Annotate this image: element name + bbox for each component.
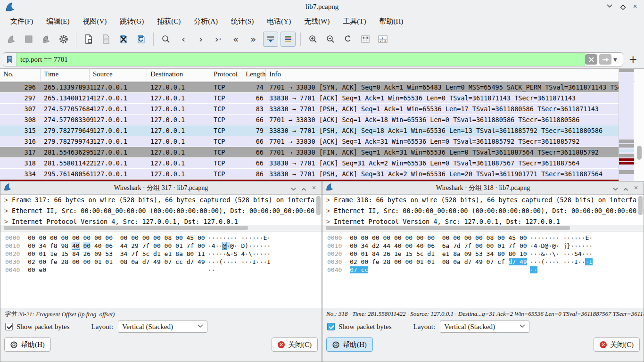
expander-icon[interactable]: >: [4, 206, 8, 216]
packet-detail-tree[interactable]: >Frame 317: 66 bytes on wire (528 bits),…: [0, 195, 322, 225]
reorder-columns-icon[interactable]: 123: [375, 32, 390, 47]
apply-filter-icon[interactable]: [599, 54, 611, 65]
dialog-minimize-icon[interactable]: [611, 184, 619, 192]
expander-icon[interactable]: >: [326, 216, 330, 225]
packet-row-315[interactable]: 315279.782779649127.0.0.1127.0.0.1TCP793…: [0, 125, 619, 136]
packet-row-296[interactable]: 296265.133978931127.0.0.1127.0.0.1TCP747…: [0, 82, 619, 93]
filter-bookmark-icon[interactable]: [3, 53, 17, 66]
dialog-close-icon[interactable]: ×: [310, 184, 318, 192]
hex-row-0040[interactable]: 004007 cc··: [327, 266, 644, 274]
packet-bytes-hexdump[interactable]: 000000 00 00 00 00 00 00 00 00 00 00 00 …: [322, 231, 644, 308]
close-button[interactable]: ✕ 关闭(C): [272, 337, 318, 352]
go-back-icon[interactable]: ‹: [176, 32, 191, 47]
tree-hscrollbar[interactable]: [0, 225, 322, 231]
find-packet-icon[interactable]: [158, 32, 173, 47]
dialog-maximize-icon[interactable]: [300, 184, 307, 192]
hex-row-0030[interactable]: 003002 00 fe 28 00 00 01 01 08 0a d7 49 …: [327, 258, 644, 266]
packet-row-334[interactable]: 334295.761480561127.0.0.1127.0.0.1TCP863…: [0, 169, 619, 180]
filter-dropdown-caret-icon[interactable]: ▼: [613, 57, 621, 62]
menu-item-4[interactable]: 捕获(C): [151, 16, 186, 27]
auto-scroll-icon[interactable]: [263, 32, 278, 47]
zoom-out-icon[interactable]: [323, 32, 338, 47]
tree-item-2[interactable]: >Internet Protocol Version 4, Src: 127.0…: [322, 216, 644, 225]
tree-scrollbar-thumb[interactable]: [316, 196, 321, 215]
clear-filter-icon[interactable]: [585, 54, 597, 65]
column-header-no[interactable]: No.: [0, 69, 41, 81]
tree-item-2[interactable]: >Internet Protocol Version 4, Src: 127.0…: [0, 216, 322, 225]
tree-hscrollbar-thumb[interactable]: [4, 226, 248, 230]
packet-detail-tree[interactable]: >Frame 318: 66 bytes on wire (528 bits),…: [322, 195, 644, 225]
close-button[interactable]: ✕ 关闭(C): [594, 337, 640, 352]
column-header-source[interactable]: Source: [90, 69, 147, 81]
packet-row-297[interactable]: 297265.134001214127.0.0.1127.0.0.1TCP663…: [0, 93, 619, 104]
window-maximize-icon[interactable]: [619, 3, 627, 11]
display-filter-input[interactable]: [17, 53, 585, 66]
window-close-icon[interactable]: ×: [631, 3, 639, 11]
packet-row-316[interactable]: 316279.782799743127.0.0.1127.0.0.1TCP667…: [0, 136, 619, 147]
dialog-close-icon[interactable]: ×: [632, 184, 640, 192]
tree-scrollbar-thumb[interactable]: [638, 196, 643, 215]
show-packet-bytes-checkbox[interactable]: [327, 323, 335, 330]
column-header-info[interactable]: Info: [266, 69, 644, 81]
show-packet-bytes-checkbox[interactable]: [5, 323, 13, 330]
go-to-packet-icon[interactable]: ›·: [211, 32, 226, 47]
reload-file-icon[interactable]: [133, 32, 149, 47]
close-file-icon[interactable]: [116, 32, 131, 47]
start-capture-icon[interactable]: [4, 32, 19, 47]
hex-row-0040[interactable]: 004000 e0··: [5, 266, 322, 274]
hex-row-0010[interactable]: 001000 34 f8 98 40 00 40 06 44 29 7f 00 …: [5, 242, 322, 250]
menu-item-8[interactable]: 无线(W): [298, 16, 335, 27]
hex-row-0010[interactable]: 001000 34 d2 44 40 00 40 06 6a 7d 7f 00 …: [327, 242, 644, 250]
help-button[interactable]: 帮助(H): [4, 337, 51, 352]
go-first-packet-icon[interactable]: «: [228, 32, 243, 47]
tree-item-1[interactable]: >Ethernet II, Src: 00:00:00_00:00:00 (00…: [0, 206, 322, 216]
menu-item-6[interactable]: 统计(S): [225, 16, 259, 27]
go-forward-icon[interactable]: ›: [193, 32, 208, 47]
hex-row-0030[interactable]: 003002 00 fe 28 00 00 01 01 08 0a d7 49 …: [5, 258, 322, 266]
hex-row-0020[interactable]: 002000 01 84 26 1e 15 5c d1 e1 8a 09 53 …: [327, 250, 644, 258]
layout-dropdown[interactable]: Vertical (Stacked): [440, 321, 529, 333]
expander-icon[interactable]: >: [4, 195, 8, 206]
add-filter-button[interactable]: +: [629, 53, 637, 65]
hex-row-0020[interactable]: 002000 01 1e 15 84 26 09 53 34 7f 5c d1 …: [5, 250, 322, 258]
zoom-reset-icon[interactable]: [340, 32, 355, 47]
column-header-time[interactable]: Time: [41, 69, 90, 81]
expander-icon[interactable]: >: [326, 195, 330, 206]
column-header-protocol[interactable]: Protocol: [210, 69, 242, 81]
menu-item-1[interactable]: 编辑(E): [41, 16, 75, 27]
intelligent-scrollbar-minimap[interactable]: [619, 69, 634, 181]
layout-dropdown[interactable]: Vertical (Stacked): [118, 321, 207, 333]
tree-item-0[interactable]: >Frame 317: 66 bytes on wire (528 bits),…: [0, 195, 322, 206]
capture-options-icon[interactable]: [56, 32, 71, 47]
packet-list-scrollbar[interactable]: [635, 69, 644, 181]
hex-row-0000[interactable]: 000000 00 00 00 00 00 00 00 00 00 00 00 …: [327, 234, 644, 242]
menu-item-0[interactable]: 文件(F): [5, 16, 39, 27]
column-header-length[interactable]: Length: [242, 69, 266, 81]
packet-row-318[interactable]: 318281.558011422127.0.0.1127.0.0.1TCP663…: [0, 158, 619, 169]
expander-icon[interactable]: >: [326, 206, 330, 216]
save-file-icon[interactable]: [99, 32, 114, 47]
tree-item-1[interactable]: >Ethernet II, Src: 00:00:00_00:00:00 (00…: [322, 206, 644, 216]
open-file-icon[interactable]: [81, 32, 96, 47]
colorize-icon[interactable]: [281, 32, 296, 47]
resize-columns-icon[interactable]: [358, 32, 373, 47]
tree-item-0[interactable]: >Frame 318: 66 bytes on wire (528 bits),…: [322, 195, 644, 206]
menu-item-10[interactable]: 帮助(H): [373, 16, 409, 27]
packet-row-317[interactable]: 317281.554636295127.0.0.1127.0.0.1TCP667…: [0, 147, 619, 158]
stop-capture-icon[interactable]: [21, 32, 36, 47]
tree-hscrollbar[interactable]: [322, 225, 644, 231]
help-button[interactable]: 帮助(H): [326, 337, 373, 352]
hex-row-0000[interactable]: 000000 00 00 00 00 00 00 00 00 00 00 00 …: [5, 234, 322, 242]
menu-item-7[interactable]: 电话(Y): [261, 16, 297, 27]
window-minimize-icon[interactable]: [605, 3, 614, 11]
column-header-destination[interactable]: Destination: [147, 69, 210, 81]
tree-hscrollbar-thumb[interactable]: [326, 226, 570, 230]
packet-list-scrollbar-thumb[interactable]: [637, 146, 642, 160]
menu-item-3[interactable]: 跳转(G): [114, 16, 149, 27]
packet-bytes-hexdump[interactable]: 000000 00 00 00 00 00 00 00 00 00 00 00 …: [0, 231, 322, 308]
menu-item-5[interactable]: 分析(A): [188, 16, 223, 27]
go-last-packet-icon[interactable]: »: [246, 32, 261, 47]
dialog-maximize-icon[interactable]: [622, 184, 629, 192]
expander-icon[interactable]: >: [4, 216, 8, 225]
dialog-minimize-icon[interactable]: [289, 184, 297, 192]
